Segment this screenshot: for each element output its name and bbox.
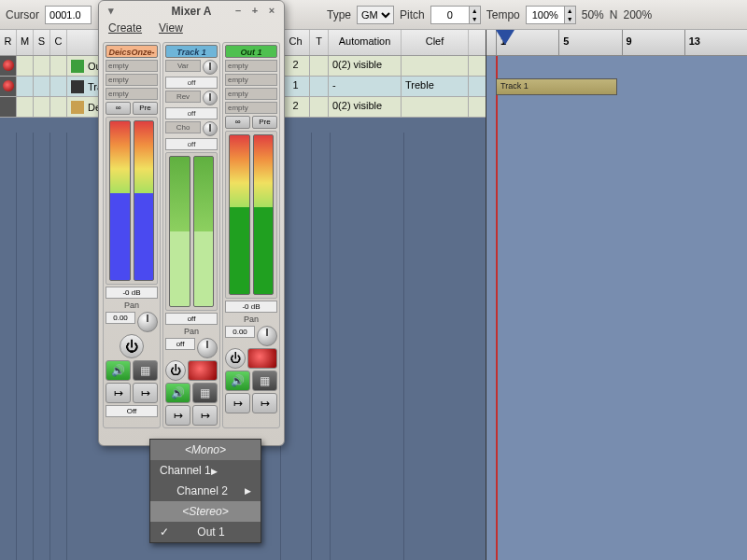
window-menu-icon[interactable]: ▾: [105, 5, 118, 18]
menu-create[interactable]: Create: [108, 21, 142, 40]
automation-button[interactable]: ▦: [252, 371, 277, 391]
record-button[interactable]: [188, 360, 218, 381]
solo-cell[interactable]: [34, 97, 50, 117]
power-button[interactable]: ⏻: [165, 360, 186, 381]
meter[interactable]: [106, 117, 158, 285]
db-label[interactable]: -0 dB: [225, 301, 277, 313]
zoom-200[interactable]: 200%: [623, 8, 652, 21]
db-label[interactable]: off: [165, 313, 218, 325]
hdr-c[interactable]: C: [50, 30, 67, 55]
route-button[interactable]: ↦: [106, 383, 131, 403]
track-ch[interactable]: 2: [282, 56, 310, 76]
hdr-m[interactable]: M: [17, 30, 34, 55]
maximize-icon[interactable]: +: [248, 5, 261, 18]
hdr-s[interactable]: S: [34, 30, 50, 55]
rec-empty[interactable]: [0, 97, 17, 117]
meter[interactable]: [165, 152, 218, 311]
monitor-button[interactable]: 🔊: [165, 383, 190, 403]
menu-channel-1[interactable]: Channel 1▶: [150, 460, 261, 481]
track-clef[interactable]: [402, 56, 469, 76]
pitch-up-icon[interactable]: ▲: [469, 7, 480, 15]
track-t[interactable]: [310, 97, 329, 117]
strip-header[interactable]: Track 1: [165, 45, 218, 58]
link-button[interactable]: ∞: [225, 116, 250, 129]
mixer-titlebar[interactable]: ▾ Mixer A – + ×: [99, 1, 284, 21]
fx-off[interactable]: off: [165, 77, 218, 89]
pan-knob[interactable]: [197, 338, 218, 358]
tempo-down-icon[interactable]: ▼: [564, 15, 575, 23]
route-out-button[interactable]: ↦: [133, 383, 158, 403]
fx-knob[interactable]: [203, 60, 218, 75]
fx-knob[interactable]: [203, 121, 218, 136]
tempo-spinner[interactable]: ▲▼: [526, 6, 576, 24]
hdr-t[interactable]: T: [310, 30, 329, 55]
fx-slot[interactable]: empty: [225, 102, 277, 114]
link-button[interactable]: ∞: [106, 102, 131, 115]
pan-value[interactable]: 0.00: [225, 326, 255, 338]
routing-context-menu[interactable]: <Mono> Channel 1▶ Channel 2▶ <Stereo> ✓O…: [149, 439, 261, 543]
c-cell[interactable]: [50, 77, 67, 96]
fx-slot[interactable]: empty: [225, 74, 277, 86]
fx-slot[interactable]: empty: [106, 74, 158, 86]
timeline[interactable]: 1 5 9 13 Track 1: [486, 30, 747, 560]
meter[interactable]: [225, 131, 277, 299]
playhead-icon[interactable]: [496, 30, 514, 45]
mixer-strip-track1[interactable]: Track 1 Var off Rev off Cho off off Pan …: [162, 42, 220, 428]
record-button[interactable]: [0, 56, 17, 76]
pitch-spinner[interactable]: ▲▼: [430, 6, 481, 24]
monitor-button[interactable]: 🔊: [225, 371, 250, 391]
mixer-strip-deicsonze[interactable]: DeicsOnze-0 empty empty empty ∞Pre -0 dB…: [103, 42, 161, 428]
track-auto[interactable]: 0(2) visible: [329, 97, 402, 117]
fx-off[interactable]: off: [165, 107, 218, 119]
strip-header[interactable]: DeicsOnze-0: [106, 45, 158, 58]
clip[interactable]: Track 1: [496, 78, 617, 95]
pan-value[interactable]: off: [165, 338, 195, 350]
strip-bottom[interactable]: Off: [106, 405, 158, 417]
mute-cell[interactable]: [17, 77, 34, 96]
fx-knob[interactable]: [203, 91, 218, 105]
track-clef[interactable]: [402, 97, 469, 117]
mixer-strip-out1[interactable]: Out 1 empty empty empty empty ∞Pre -0 dB…: [222, 42, 280, 428]
menu-channel-2[interactable]: Channel 2▶: [150, 481, 261, 501]
power-button[interactable]: ⏻: [120, 334, 144, 358]
minimize-icon[interactable]: –: [232, 5, 245, 18]
solo-cell[interactable]: [34, 56, 50, 76]
type-select[interactable]: GM: [357, 6, 394, 24]
db-label[interactable]: -0 dB: [106, 287, 158, 299]
hdr-r[interactable]: R: [0, 30, 17, 55]
c-cell[interactable]: [50, 97, 67, 117]
ruler[interactable]: 1 5 9 13: [486, 30, 747, 56]
hdr-auto[interactable]: Automation: [329, 30, 402, 55]
route-button[interactable]: ↦: [165, 405, 190, 426]
pre-button[interactable]: Pre: [133, 102, 158, 115]
pan-knob[interactable]: [257, 326, 277, 346]
automation-button[interactable]: ▦: [133, 360, 158, 381]
hdr-ch[interactable]: Ch: [282, 30, 310, 55]
tempo-up-icon[interactable]: ▲: [564, 7, 575, 15]
pitch-input[interactable]: [431, 7, 469, 23]
record-button[interactable]: [247, 348, 277, 369]
menu-view[interactable]: View: [159, 21, 183, 40]
mixer-window[interactable]: ▾ Mixer A – + × Create View DeicsOnze-0 …: [98, 0, 285, 446]
cursor-field[interactable]: [45, 6, 92, 24]
monitor-button[interactable]: 🔊: [106, 360, 131, 381]
route-button[interactable]: ↦: [225, 393, 250, 413]
mute-cell[interactable]: [17, 97, 34, 117]
pitch-down-icon[interactable]: ▼: [469, 15, 480, 23]
fx-slot[interactable]: empty: [106, 88, 158, 100]
route-out-button[interactable]: ↦: [252, 393, 277, 413]
mute-cell[interactable]: [17, 56, 34, 76]
fx-slot[interactable]: empty: [106, 60, 158, 72]
menu-out1[interactable]: ✓Out 1: [150, 522, 261, 542]
record-button[interactable]: [0, 77, 17, 96]
fx-off[interactable]: off: [165, 138, 218, 150]
track-ch[interactable]: 1: [282, 77, 310, 96]
track-t[interactable]: [310, 56, 329, 76]
track-auto[interactable]: 0(2) visible: [329, 56, 402, 76]
solo-cell[interactable]: [34, 77, 50, 96]
pan-knob[interactable]: [137, 312, 158, 332]
track-t[interactable]: [310, 77, 329, 96]
pan-value[interactable]: 0.00: [106, 312, 135, 324]
pre-button[interactable]: Pre: [252, 116, 277, 129]
hdr-clef[interactable]: Clef: [402, 30, 469, 55]
